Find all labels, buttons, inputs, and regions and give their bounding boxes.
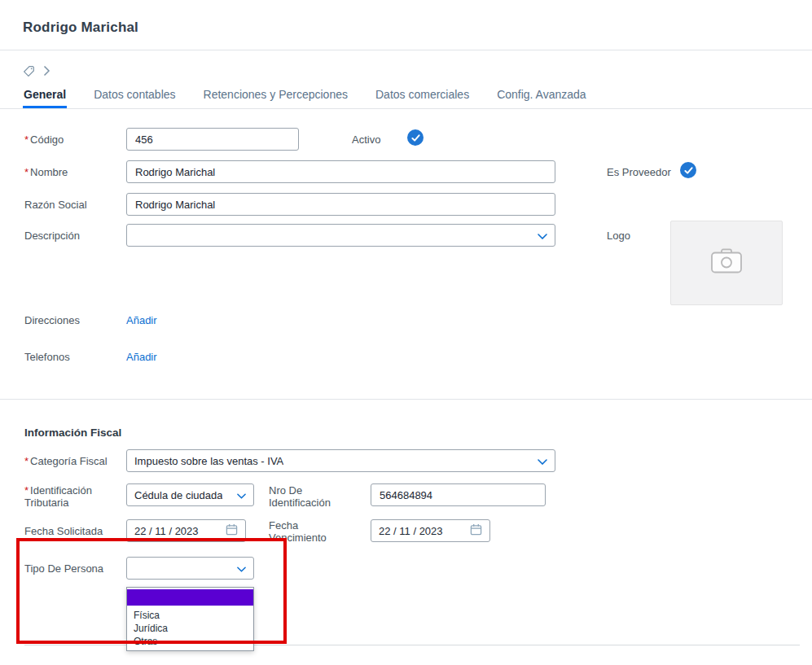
page-title: Rodrigo Marichal — [23, 20, 138, 36]
chevron-right-icon[interactable] — [43, 65, 50, 77]
telefonos-label: Telefonos — [24, 351, 70, 363]
divider — [0, 399, 812, 400]
logo-label: Logo — [607, 230, 630, 242]
fecha-solicitada-input[interactable]: 22 / 11 / 2023 — [126, 519, 246, 542]
tab-general[interactable]: General — [23, 83, 67, 108]
divider — [0, 50, 812, 50]
categoria-fiscal-label: Categoría Fiscal — [24, 455, 108, 467]
nro-identificacion-label: Nro De Identificación — [269, 484, 346, 509]
razon-social-label: Razón Social — [24, 199, 87, 211]
chevron-down-icon — [538, 455, 547, 467]
razon-social-input[interactable] — [126, 193, 555, 216]
chevron-down-icon — [237, 562, 246, 575]
customer-form-screen: Rodrigo Marichal General Datos contables… — [0, 0, 812, 665]
tipo-de-persona-label: Tipo De Persona — [24, 562, 103, 575]
direcciones-add-link[interactable]: Añadir — [126, 314, 157, 326]
nombre-label: Nombre — [24, 166, 68, 178]
tag-icon[interactable] — [23, 65, 35, 77]
dropdown-option-empty[interactable] — [127, 589, 253, 606]
tab-config-avanzada[interactable]: Config. Avanzada — [496, 83, 587, 108]
descripcion-label: Descripción — [24, 230, 80, 242]
activo-label: Activo — [352, 133, 380, 146]
tipo-de-persona-select[interactable] — [126, 557, 254, 580]
tab-datos-comerciales[interactable]: Datos comerciales — [375, 83, 470, 108]
identificacion-tributaria-label: Identificación Tributaria — [24, 484, 102, 509]
telefonos-add-link[interactable]: Añadir — [126, 351, 157, 363]
tab-datos-contables[interactable]: Datos contables — [93, 83, 176, 108]
fecha-solicitada-value: 22 / 11 / 2023 — [134, 525, 199, 537]
fecha-vencimiento-input[interactable]: 22 / 11 / 2023 — [371, 519, 490, 542]
activo-checkbox-checked-icon[interactable] — [407, 129, 424, 146]
calendar-icon[interactable] — [226, 523, 238, 538]
calendar-icon[interactable] — [470, 523, 482, 538]
es-proveedor-checkbox-checked-icon[interactable] — [680, 162, 696, 178]
logo-upload-placeholder[interactable] — [670, 221, 783, 305]
nro-identificacion-input[interactable] — [371, 483, 546, 506]
codigo-label: Código — [24, 133, 64, 146]
fecha-vencimiento-value: 22 / 11 / 2023 — [379, 525, 443, 537]
dropdown-option-fisica[interactable]: Física — [127, 609, 253, 622]
chevron-down-icon — [237, 489, 246, 501]
fiscal-section-title: Información Fiscal — [24, 427, 121, 439]
chevron-down-icon — [538, 230, 547, 242]
fecha-vencimiento-label: Fecha Vencimiento — [269, 519, 346, 544]
dropdown-option-otras[interactable]: Otras — [127, 635, 253, 648]
es-proveedor-label: Es Proveedor — [607, 166, 671, 178]
dropdown-option-juridica[interactable]: Jurídica — [127, 622, 253, 635]
identificacion-tributaria-value: Cédula de ciudada — [134, 489, 222, 501]
tab-retenciones-y-percepciones[interactable]: Retenciones y Percepciones — [203, 83, 349, 108]
tipo-de-persona-dropdown-list: Física Jurídica Otras — [126, 587, 254, 651]
codigo-input[interactable] — [126, 128, 299, 151]
tab-bar: General Datos contables Retenciones y Pe… — [0, 80, 812, 109]
camera-icon — [710, 248, 743, 278]
categoria-fiscal-select[interactable]: Impuesto sobre las ventas - IVA — [126, 449, 555, 472]
fecha-solicitada-label: Fecha Solicitada — [24, 525, 103, 537]
categoria-fiscal-value: Impuesto sobre las ventas - IVA — [134, 455, 283, 467]
descripcion-select[interactable] — [126, 224, 555, 247]
nombre-input[interactable] — [126, 160, 555, 183]
identificacion-tributaria-select[interactable]: Cédula de ciudada — [126, 483, 254, 506]
direcciones-label: Direcciones — [24, 314, 80, 326]
